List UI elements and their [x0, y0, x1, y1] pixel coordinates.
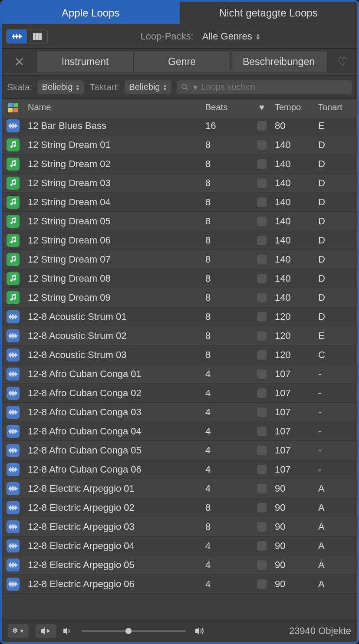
category-instrument[interactable]: Instrument	[36, 51, 133, 72]
time-signature-select[interactable]: Beliebig ▲▼	[125, 80, 171, 94]
favorite-cell[interactable]	[249, 522, 275, 532]
table-row[interactable]: 12-8 Electric Arpeggio 04490A	[2, 536, 357, 555]
favorite-cell[interactable]	[249, 541, 275, 551]
favorite-cell[interactable]	[249, 350, 275, 360]
table-row[interactable]: 12-8 Afro Cuban Conga 024107-	[2, 384, 357, 403]
button-view-button[interactable]	[7, 30, 27, 43]
category-descriptions[interactable]: Beschreibungen	[230, 51, 327, 72]
table-row[interactable]: 12-8 Electric Arpeggio 03890A	[2, 517, 357, 536]
favorite-checkbox[interactable]	[257, 312, 267, 322]
favorite-cell[interactable]	[249, 427, 275, 436]
favorite-checkbox[interactable]	[257, 274, 267, 283]
table-row[interactable]: 12-8 Acoustic Strum 038120C	[2, 345, 357, 365]
favorite-checkbox[interactable]	[257, 159, 267, 169]
favorite-cell[interactable]	[249, 407, 275, 417]
favorite-cell[interactable]	[249, 503, 275, 513]
favorite-checkbox[interactable]	[257, 121, 267, 131]
table-row[interactable]: 12 String Dream 028140D	[2, 154, 357, 174]
favorite-checkbox[interactable]	[257, 197, 267, 207]
favorite-checkbox[interactable]	[257, 579, 267, 589]
beats-column-header[interactable]: Beats	[205, 102, 249, 112]
favorite-cell[interactable]	[249, 197, 275, 207]
favorite-cell[interactable]	[249, 217, 275, 226]
table-row[interactable]: 12-8 Afro Cuban Conga 034107-	[2, 403, 357, 422]
loop-packs-select[interactable]: Alle Genres ▲▼	[198, 29, 265, 44]
loop-list[interactable]: 12 Bar Blues Bass1680E12 String Dream 01…	[2, 116, 357, 619]
favorite-column-header[interactable]: ♥	[249, 102, 275, 112]
table-row[interactable]: 12 String Dream 018140D	[2, 135, 357, 154]
favorite-checkbox[interactable]	[257, 236, 267, 245]
preview-play-button[interactable]	[36, 624, 56, 638]
favorite-cell[interactable]	[249, 388, 275, 398]
favorite-checkbox[interactable]	[257, 427, 267, 436]
table-row[interactable]: 12-8 Electric Arpeggio 02890A	[2, 498, 357, 517]
favorite-cell[interactable]	[249, 293, 275, 302]
audio-loop-icon	[7, 406, 20, 419]
table-row[interactable]: 12 Bar Blues Bass1680E	[2, 116, 357, 135]
favorite-checkbox[interactable]	[257, 217, 267, 226]
key-column-header[interactable]: Tonart	[318, 102, 357, 112]
favorite-cell[interactable]	[249, 274, 275, 283]
favorite-checkbox[interactable]	[257, 369, 267, 379]
loop-type-column-header[interactable]	[2, 103, 24, 112]
favorites-filter-button[interactable]: ♡	[327, 51, 357, 72]
volume-thumb[interactable]	[125, 628, 132, 634]
favorite-cell[interactable]	[249, 255, 275, 264]
table-row[interactable]: 12 String Dream 088140D	[2, 269, 357, 288]
favorite-cell[interactable]	[249, 446, 275, 455]
favorite-cell[interactable]	[249, 331, 275, 341]
table-row[interactable]: 12-8 Electric Arpeggio 05490A	[2, 555, 357, 575]
favorite-checkbox[interactable]	[257, 140, 267, 150]
scale-select[interactable]: Beliebig ▲▼	[37, 80, 84, 94]
favorite-cell[interactable]	[249, 140, 275, 150]
favorite-checkbox[interactable]	[257, 178, 267, 188]
action-menu-button[interactable]: ✽ ▼	[8, 624, 29, 638]
name-column-header[interactable]: Name	[24, 102, 205, 112]
favorite-checkbox[interactable]	[257, 331, 267, 341]
table-row[interactable]: 12-8 Afro Cuban Conga 044107-	[2, 422, 357, 441]
table-row[interactable]: 12-8 Acoustic Strum 028120E	[2, 326, 357, 345]
volume-slider[interactable]	[82, 630, 186, 632]
favorite-cell[interactable]	[249, 178, 275, 188]
favorite-cell[interactable]	[249, 484, 275, 493]
table-row[interactable]: 12 String Dream 058140D	[2, 212, 357, 231]
category-genre[interactable]: Genre	[133, 51, 230, 72]
table-row[interactable]: 12 String Dream 068140D	[2, 231, 357, 250]
table-row[interactable]: 12-8 Acoustic Strum 018120D	[2, 307, 357, 326]
favorite-cell[interactable]	[249, 312, 275, 322]
favorite-checkbox[interactable]	[257, 541, 267, 551]
favorite-cell[interactable]	[249, 579, 275, 589]
favorite-checkbox[interactable]	[257, 350, 267, 360]
favorite-cell[interactable]	[249, 236, 275, 245]
tempo-column-header[interactable]: Tempo	[275, 102, 318, 112]
favorite-checkbox[interactable]	[257, 560, 267, 570]
favorite-cell[interactable]	[249, 560, 275, 570]
table-row[interactable]: 12-8 Afro Cuban Conga 054107-	[2, 441, 357, 460]
favorite-checkbox[interactable]	[257, 255, 267, 264]
tab-untagged-loops[interactable]: Nicht getaggte Loops	[180, 2, 358, 24]
favorite-cell[interactable]	[249, 369, 275, 379]
table-row[interactable]: 12-8 Electric Arpeggio 01490A	[2, 479, 357, 498]
table-row[interactable]: 12-8 Afro Cuban Conga 064107-	[2, 460, 357, 479]
favorite-checkbox[interactable]	[257, 407, 267, 417]
favorite-checkbox[interactable]	[257, 484, 267, 493]
search-input[interactable]: ▾ Loops suchen	[177, 80, 352, 94]
table-row[interactable]: 12-8 Electric Arpeggio 06490A	[2, 575, 357, 594]
favorite-checkbox[interactable]	[257, 465, 267, 474]
favorite-checkbox[interactable]	[257, 293, 267, 302]
table-row[interactable]: 12-8 Afro Cuban Conga 014107-	[2, 365, 357, 384]
favorite-cell[interactable]	[249, 465, 275, 474]
table-row[interactable]: 12 String Dream 038140D	[2, 174, 357, 193]
table-row[interactable]: 12 String Dream 098140D	[2, 288, 357, 307]
table-row[interactable]: 12 String Dream 048140D	[2, 193, 357, 212]
favorite-checkbox[interactable]	[257, 388, 267, 398]
tab-apple-loops[interactable]: Apple Loops	[2, 2, 180, 24]
favorite-checkbox[interactable]	[257, 503, 267, 513]
favorite-cell[interactable]	[249, 121, 275, 131]
favorite-cell[interactable]	[249, 159, 275, 169]
favorite-checkbox[interactable]	[257, 522, 267, 532]
favorite-checkbox[interactable]	[257, 446, 267, 455]
table-row[interactable]: 12 String Dream 078140D	[2, 250, 357, 269]
column-view-button[interactable]	[27, 30, 47, 43]
clear-filters-button[interactable]: ✕	[2, 51, 36, 72]
